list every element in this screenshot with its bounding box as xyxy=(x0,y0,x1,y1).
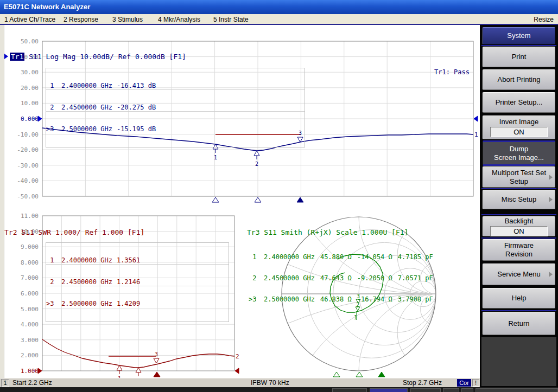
channel-number: 1 xyxy=(1,379,9,387)
softkey-print[interactable]: Print xyxy=(483,47,555,67)
marker-row: >32.5000000 GHz1.4209 xyxy=(46,300,229,307)
softkey-separator xyxy=(481,214,556,215)
svg-text:11.00: 11.00 xyxy=(21,213,39,220)
svg-text:8.000: 8.000 xyxy=(21,259,39,266)
menu-response[interactable]: 2 Response xyxy=(61,15,100,24)
marker-row: 12.4000000 GHz-16.413 dB xyxy=(46,82,305,90)
softkey-separator xyxy=(481,188,556,189)
marker-row: >32.5000000 GHz-15.195 dB xyxy=(46,126,305,133)
softkey-backlight[interactable]: BacklightON xyxy=(483,216,555,236)
taskbar-segment xyxy=(370,388,408,392)
softkey-help[interactable]: Help xyxy=(483,288,555,309)
menu-bar: 1 Active Ch/Trace 2 Response 3 Stimulus … xyxy=(0,14,558,25)
taskbar-segment xyxy=(475,388,558,392)
softkey-system[interactable]: System xyxy=(483,27,555,44)
softkey-separator xyxy=(481,45,556,46)
trace2-marker-table: 12.4000000 GHz1.3561 22.4500000 GHz1.214… xyxy=(46,242,229,322)
window-title-bar[interactable]: E5071C Network Analyzer xyxy=(0,0,558,14)
softkey-multiport-test-set[interactable]: Multiport Test SetSetup xyxy=(483,166,555,188)
softkey-printer-setup[interactable]: Printer Setup... xyxy=(483,92,555,113)
svg-text:20.00: 20.00 xyxy=(21,85,39,92)
svg-text:7.000: 7.000 xyxy=(21,274,39,281)
trace1-marker-table: 12.4000000 GHz-16.413 dB 22.4500000 GHz-… xyxy=(46,68,305,147)
limit-test-result: Tr1: Pass xyxy=(380,68,470,76)
window-title: E5071C Network Analyzer xyxy=(4,3,90,11)
trace3-params: S11 Smith (R+jX) Scale 1.000U [F1] xyxy=(259,228,408,236)
svg-text:30.00: 30.00 xyxy=(21,69,39,76)
svg-text:10.00: 10.00 xyxy=(21,100,39,107)
softkey-firmware-revision[interactable]: FirmwareRevision xyxy=(483,239,555,261)
trace2-params: S11 SWR 1.000/ Ref 1.000 [F1] xyxy=(17,228,144,236)
svg-text:-40.00: -40.00 xyxy=(17,177,39,184)
svg-text:6.000: 6.000 xyxy=(21,290,39,297)
softkey-dump-screen-image[interactable]: DumpScreen Image... xyxy=(483,140,555,166)
menu-stimulus[interactable]: 3 Stimulus xyxy=(110,15,145,24)
trace2-badge: Tr2 xyxy=(4,228,17,236)
active-trace-icon xyxy=(4,54,8,59)
softkey-separator xyxy=(481,310,556,311)
trace3-badge: Tr3 xyxy=(247,228,259,236)
marker-row: 12.4000000 GHz45.880 Ω-14.054 Ω4.7185 pF xyxy=(249,254,433,261)
taskbar-segment xyxy=(461,388,473,392)
svg-text:1.000: 1.000 xyxy=(21,368,39,375)
svg-text:-30.00: -30.00 xyxy=(17,162,39,169)
submenu-arrow-icon xyxy=(549,197,553,202)
svg-text:-20.00: -20.00 xyxy=(17,146,39,153)
trace3-marker-table: 12.4000000 GHz45.880 Ω-14.054 Ω4.7185 pF… xyxy=(249,240,433,317)
clipped-os-taskbar xyxy=(0,387,558,392)
menu-active-ch-trace[interactable]: 1 Active Ch/Trace xyxy=(2,15,58,24)
svg-text:4.000: 4.000 xyxy=(21,321,39,328)
trace1-header[interactable]: Tr1 S11 Log Mag 10.00dB/ Ref 0.000dB [F1… xyxy=(4,53,186,61)
trace1-badge: Tr1 xyxy=(10,53,24,61)
taskbar-segment xyxy=(410,388,441,392)
marker-row: 22.4500000 GHz1.2146 xyxy=(46,279,229,286)
svg-text:1: 1 xyxy=(474,131,478,138)
submenu-arrow-icon xyxy=(549,272,553,277)
softkey-return[interactable]: Return xyxy=(483,312,555,335)
menu-mkr-analysis[interactable]: 4 Mkr/Analysis xyxy=(156,15,202,24)
svg-text:9.000: 9.000 xyxy=(21,243,39,250)
softkey-service-menu[interactable]: Service Menu xyxy=(483,264,555,285)
svg-text:2.000: 2.000 xyxy=(21,352,39,359)
svg-text:2: 2 xyxy=(255,161,258,167)
taskbar-segment xyxy=(443,388,459,392)
svg-text:3: 3 xyxy=(155,351,158,357)
svg-text:-50.00: -50.00 xyxy=(17,193,39,200)
status-bar: 1 Start 2.2 GHz IFBW 70 kHz Stop 2.7 GHz… xyxy=(0,378,480,387)
svg-text:1: 1 xyxy=(214,155,217,160)
trace3-header[interactable]: Tr3 S11 Smith (R+jX) Scale 1.000U [F1] xyxy=(247,228,408,236)
trace1-params: S11 Log Mag 10.00dB/ Ref 0.000dB [F1] xyxy=(24,53,186,61)
invert-image-state: ON xyxy=(490,127,548,137)
measurement-display-area: 50.0040.0030.0020.0010.000.000-10.00-20.… xyxy=(0,25,480,378)
softkey-panel: System Print Abort Printing Printer Setu… xyxy=(480,25,558,387)
marker-row: 22.4500000 GHz-20.275 dB xyxy=(46,104,305,112)
marker-row: 12.4000000 GHz1.3561 xyxy=(46,257,229,265)
svg-text:-10.00: -10.00 xyxy=(17,131,39,138)
ifbw-value[interactable]: IFBW 70 kHz xyxy=(251,379,289,387)
taskbar-segment xyxy=(332,388,367,392)
svg-text:2: 2 xyxy=(236,353,239,360)
svg-text:50.00: 50.00 xyxy=(21,38,39,45)
sweep-start[interactable]: Start 2.2 GHz xyxy=(12,379,52,387)
softkey-invert-image[interactable]: Invert ImageON xyxy=(483,115,555,139)
softkey-abort-printing[interactable]: Abort Printing xyxy=(483,69,555,90)
svg-text:5.000: 5.000 xyxy=(21,306,39,313)
softkey-separator xyxy=(481,237,556,239)
sweep-stop[interactable]: Stop 2.7 GHz xyxy=(403,379,442,387)
marker-row: 22.4500000 GHz47.643 Ω-9.2050 Ω7.0571 pF xyxy=(249,275,433,282)
svg-text:0.000: 0.000 xyxy=(21,115,39,123)
menu-resize[interactable]: Resize xyxy=(531,15,556,24)
softkey-blank-area xyxy=(481,337,556,386)
correction-badge: Cor xyxy=(457,379,471,387)
menu-instr-state[interactable]: 5 Instr State xyxy=(211,15,251,24)
alert-badge: ! xyxy=(472,379,479,387)
marker-row: >32.5000000 GHz46.838 Ω-16.794 Ω3.7908 p… xyxy=(249,296,433,303)
trace2-header[interactable]: Tr2 S11 SWR 1.000/ Ref 1.000 [F1] xyxy=(4,228,144,236)
svg-text:3.000: 3.000 xyxy=(21,337,39,344)
submenu-arrow-icon xyxy=(549,175,553,180)
backlight-state: ON xyxy=(490,226,548,236)
softkey-misc-setup[interactable]: Misc Setup xyxy=(483,190,555,209)
